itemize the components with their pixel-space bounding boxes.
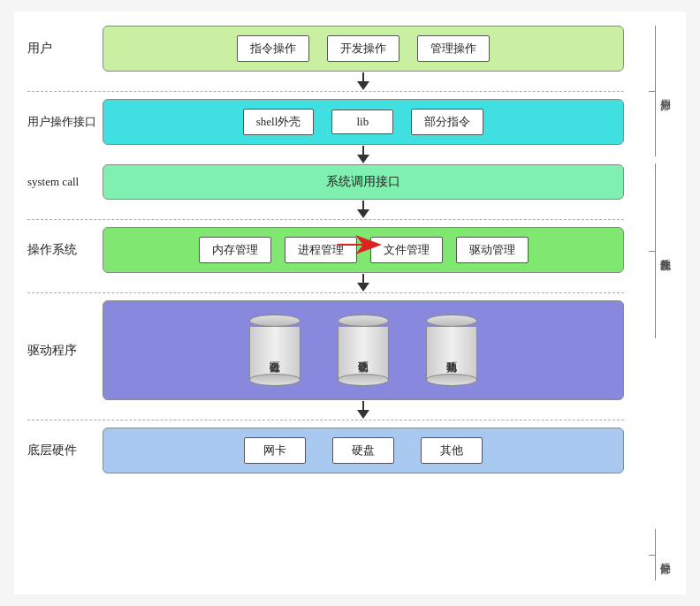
cyl-body-1: 硬盘驱动 <box>338 327 389 380</box>
user-section-bracket: 用户部分 <box>647 26 673 156</box>
diagram-container: 用户 指令操作 开发操作 管理操作 <box>14 11 686 595</box>
syscall-label: system call <box>27 175 103 190</box>
syscall-layer: 系统调用接口 <box>103 164 624 200</box>
svg-marker-0 <box>338 235 382 254</box>
os-layer: 内存管理 进程管理 文件管理 驱动管理 <box>103 227 624 273</box>
syscall-row: system call 系统调用接口 <box>27 164 624 200</box>
system-section-bracket: 系统软件部分 <box>647 163 673 338</box>
cyl-body-0: 磁盘分区 <box>249 327 301 380</box>
os-item-0: 内存管理 <box>199 237 271 263</box>
hardware-item-2: 其他 <box>421 437 483 464</box>
divider-4 <box>27 420 624 420</box>
cyl-body-2: 其他驱动 <box>426 327 477 380</box>
user-item-1: 开发操作 <box>327 35 399 62</box>
interface-layer: shell外壳 lib 部分指令 <box>103 99 624 145</box>
user-label: 用户 <box>27 41 103 57</box>
interface-row: 用户操作接口 shell外壳 lib 部分指令 <box>27 99 624 145</box>
arrow-2 <box>103 145 624 164</box>
os-label: 操作系统 <box>27 242 103 258</box>
hardware-row: 底层硬件 网卡 硬盘 其他 <box>27 428 624 473</box>
syscall-content: 系统调用接口 <box>326 174 400 190</box>
driver-cylinder-1: 硬盘驱动 <box>332 314 394 386</box>
user-layer-box: 指令操作 开发操作 管理操作 <box>103 26 624 72</box>
cyl-top-2 <box>426 314 477 327</box>
arrow-1 <box>103 72 624 91</box>
cyl-bottom-0 <box>249 374 301 386</box>
os-item-3: 驱动管理 <box>456 237 529 263</box>
divider-3 <box>27 292 624 293</box>
os-row: 操作系统 内存管理 进程管理 文件管理 驱动管理 <box>27 227 624 273</box>
hardware-label: 底层硬件 <box>27 443 103 458</box>
interface-layer-box: shell外壳 lib 部分指令 <box>103 99 624 145</box>
arrow-3 <box>103 200 624 219</box>
driver-layer-box: 磁盘分区 硬盘驱动 <box>103 300 624 400</box>
hardware-layer: 网卡 硬盘 其他 <box>103 428 624 473</box>
arrow-5 <box>103 400 624 420</box>
interface-item-1: lib <box>331 110 393 134</box>
right-annotations: 用户部分 系统软件部分 <box>621 20 673 586</box>
driver-layer: 磁盘分区 硬盘驱动 <box>103 300 624 400</box>
hardware-item-1: 硬盘 <box>332 437 394 464</box>
hardware-item-0: 网卡 <box>244 437 306 464</box>
user-item-2: 管理操作 <box>417 35 490 62</box>
cyl-top-0 <box>249 314 301 327</box>
cyl-bottom-1 <box>338 374 389 386</box>
user-layer: 指令操作 开发操作 管理操作 <box>103 26 624 72</box>
syscall-layer-box: 系统调用接口 <box>103 164 624 200</box>
interface-item-2: 部分指令 <box>411 109 483 135</box>
interface-label: 用户操作接口 <box>27 114 103 130</box>
driver-cylinder-0: 磁盘分区 <box>244 314 306 386</box>
driver-label: 驱动程序 <box>27 343 103 359</box>
interface-item-0: shell外壳 <box>243 109 315 135</box>
user-row: 用户 指令操作 开发操作 管理操作 <box>27 26 624 72</box>
hardware-section-bracket: 硬件部分 <box>647 529 673 580</box>
cyl-bottom-2 <box>426 374 477 386</box>
hardware-layer-box: 网卡 硬盘 其他 <box>103 428 624 473</box>
cyl-top-1 <box>338 314 389 327</box>
os-layer-box: 内存管理 进程管理 文件管理 驱动管理 <box>103 227 624 273</box>
arrow-4 <box>103 273 624 292</box>
driver-row: 驱动程序 磁盘分区 <box>27 300 624 400</box>
driver-cylinder-2: 其他驱动 <box>421 314 483 386</box>
user-item-0: 指令操作 <box>237 35 309 62</box>
divider-1 <box>27 91 624 92</box>
red-arrow-icon <box>338 235 382 258</box>
divider-2 <box>27 219 624 220</box>
